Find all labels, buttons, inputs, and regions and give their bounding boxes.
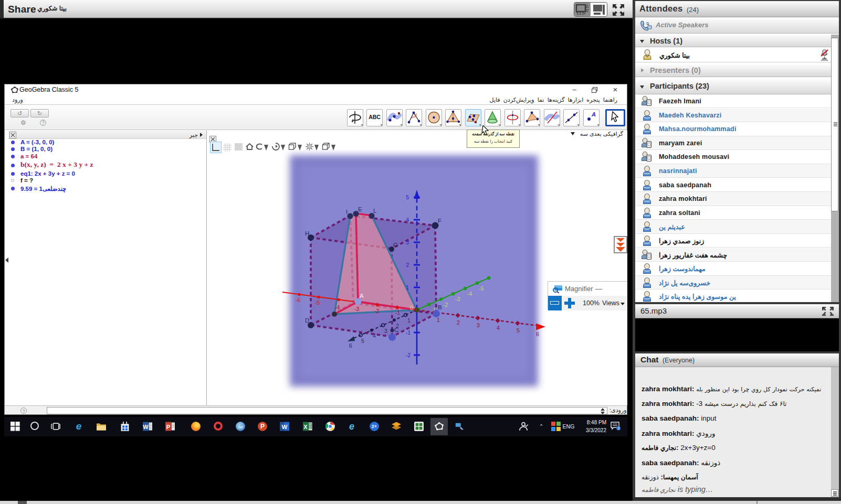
svg-text:H: H [305, 230, 309, 237]
svg-text:P: P [166, 424, 170, 430]
svg-text:3: 3 [617, 426, 619, 431]
svg-text:-2: -2 [374, 308, 379, 314]
svg-text:-5: -5 [479, 285, 483, 292]
svg-text:6: 6 [536, 331, 539, 337]
svg-text:5: 5 [361, 338, 364, 344]
svg-text:L: L [373, 208, 377, 214]
svg-text:2: 2 [457, 319, 460, 326]
svg-text:D: D [305, 317, 309, 324]
svg-text:E: E [358, 206, 362, 212]
svg-text:-4: -4 [335, 304, 340, 310]
svg-text:W: W [143, 424, 149, 430]
svg-text:5: 5 [406, 194, 409, 200]
svg-text:3: 3 [406, 239, 409, 245]
svg-text:1: 1 [407, 317, 411, 324]
svg-text:-5: -5 [315, 299, 320, 306]
svg-text:2: 2 [406, 262, 409, 268]
svg-text:X: X [303, 424, 308, 430]
svg-text:F: F [438, 218, 441, 224]
svg-text:A: A [591, 111, 596, 117]
svg-text:α: α [415, 113, 417, 116]
svg-text:0: 0 [410, 305, 413, 311]
svg-text:1: 1 [437, 317, 440, 323]
svg-text:W: W [282, 424, 288, 430]
svg-text:3: 3 [477, 322, 480, 328]
svg-text:-2: -2 [443, 302, 448, 308]
svg-text:-3: -3 [354, 306, 359, 312]
svg-text:-6: -6 [296, 297, 300, 303]
svg-text:4: 4 [497, 325, 500, 331]
svg-text:4: 4 [406, 217, 409, 223]
svg-text:B: B [438, 304, 442, 310]
svg-text:-2: -2 [406, 352, 411, 358]
svg-text:A: A [360, 293, 364, 299]
svg-text:-1: -1 [406, 329, 411, 336]
svg-text:-1: -1 [395, 309, 400, 316]
svg-text:4: 4 [373, 333, 376, 339]
svg-text:6: 6 [349, 342, 352, 349]
svg-text:-3: -3 [455, 296, 460, 302]
svg-text:G: G [393, 242, 398, 248]
svg-text:3: 3 [384, 328, 387, 334]
svg-text:I: I [346, 209, 348, 215]
svg-text:5: 5 [517, 327, 520, 334]
svg-text:C: C [394, 327, 398, 333]
svg-text:-4: -4 [467, 291, 472, 297]
svg-text:1: 1 [406, 284, 409, 291]
